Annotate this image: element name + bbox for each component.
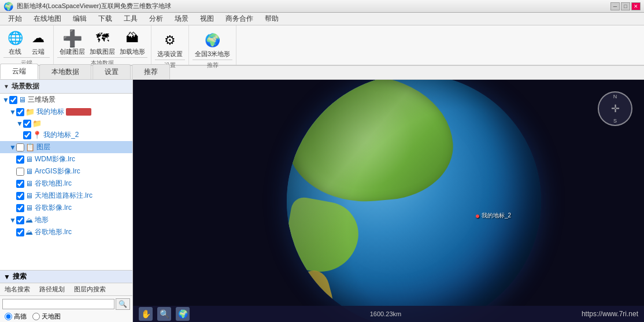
bottom-bar: ✋ 🔍 🌍 1600.23km https://www.7ri.net [133, 306, 644, 322]
tree-check-google-terrain[interactable] [16, 228, 24, 236]
tab-local-data[interactable]: 本地数据 [39, 64, 91, 79]
search-input-row: 🔍 [2, 298, 130, 310]
close-button[interactable]: ✕ [631, 2, 641, 10]
settings-icon: ⚙ [161, 31, 179, 50]
toolbar: 🌐 在线 ☁ 云端 云端 ➕ 创建图层 🗺 加载图层 🏔 加载地形 [0, 25, 644, 66]
compass[interactable]: ✛ N S [598, 91, 632, 126]
search-tab-layer[interactable]: 图层内搜索 [69, 283, 110, 295]
scale-bar: 1600.23km [370, 310, 401, 317]
menu-item-视图[interactable]: 视图 [194, 13, 220, 25]
menu-item-在线地图[interactable]: 在线地图 [28, 13, 67, 25]
tree-item-arcgis[interactable]: 🖥 ArcGIS影像.lrc [0, 165, 132, 177]
menu-item-场景[interactable]: 场景 [169, 13, 194, 25]
load-terrain-icon: 🏔 [123, 29, 142, 47]
tree-check-3dscene[interactable] [9, 96, 17, 104]
tab-recommend[interactable]: 推荐 [132, 64, 170, 79]
app-icon: 🌍 [3, 2, 13, 11]
radio-tianditu[interactable]: 天地图 [32, 312, 61, 321]
tree-expand-icon: ▼ [2, 96, 9, 104]
tree-item-marker2[interactable]: 📍 我的地标_2 [0, 129, 132, 141]
marker-label: ● 我的地标_2 [475, 211, 511, 220]
radio-gaode-input[interactable] [5, 313, 12, 320]
tree-check-layers[interactable] [16, 143, 24, 151]
globe-container [287, 80, 541, 322]
load-terrain-label: 加载地形 [120, 47, 145, 56]
tree-item-subfolder[interactable]: ▼ 📁 [0, 118, 132, 129]
compass-south: S [613, 118, 617, 124]
url-text: https://www.7ri.net [582, 310, 638, 318]
tree-check-arcgis[interactable] [16, 168, 24, 176]
maximize-button[interactable]: □ [621, 2, 630, 10]
toolbar-settings-button[interactable]: ⚙ 选项设置 [155, 30, 185, 60]
main-area: ▼ 场景数据 ▼ 🖥 三维场景 ▼ 📁 我的地标 [0, 80, 644, 322]
toolbar-load-layer-button[interactable]: 🗺 加载图层 [87, 28, 117, 57]
search-input[interactable] [2, 299, 114, 309]
google-map-icon: 🖥 [25, 179, 33, 188]
window-controls: ─ □ ✕ [610, 2, 641, 10]
menu-item-下载[interactable]: 下载 [92, 13, 118, 25]
tree-label-google-terrain: 谷歌地形.lrc [35, 227, 72, 237]
tree-item-3dscene[interactable]: ▼ 🖥 三维场景 [0, 94, 132, 106]
toolbar-group-settings: ⚙ 选项设置 设置 [151, 25, 189, 65]
highlight-tag [66, 108, 91, 116]
search-tab-place[interactable]: 地名搜索 [0, 283, 35, 295]
tree-item-tianditu[interactable]: 🖥 天地图道路标注.lrc [0, 190, 132, 202]
menu-item-编辑[interactable]: 编辑 [67, 13, 92, 25]
toolbar-recommend-group-label: 推荐 [193, 60, 232, 69]
menu-item-分析[interactable]: 分析 [143, 13, 169, 25]
toolbar-terrain-recommend-button[interactable]: 🌍 全国3米地形 [193, 30, 232, 60]
marker-label-text: 我的地标_2 [482, 212, 511, 219]
tree-item-wdm[interactable]: 🖥 WDM影像.lrc [0, 153, 132, 165]
menu-item-商务合作[interactable]: 商务合作 [220, 13, 259, 25]
toolbar-online-button[interactable]: 🌐 在线 [3, 28, 27, 57]
tree-check-google-img[interactable] [16, 204, 24, 212]
tab-settings[interactable]: 设置 [92, 64, 131, 79]
tab-cloud[interactable]: 云端 [0, 64, 38, 79]
land-south-asia [287, 195, 364, 278]
tree-item-layers[interactable]: ▼ 📋 图层 [0, 141, 132, 153]
menu-item-帮助[interactable]: 帮助 [259, 13, 284, 25]
menu-item-开始[interactable]: 开始 [2, 13, 28, 25]
radio-tianditu-input[interactable] [32, 313, 40, 320]
search-panel-title: 搜索 [13, 272, 27, 282]
tree-label-3dscene: 三维场景 [28, 95, 55, 105]
marker-dot: ● [475, 211, 480, 220]
search-tabs: 地名搜索 路径规划 图层内搜索 [0, 283, 132, 296]
tree-item-google-terrain[interactable]: ⛰ 谷歌地形.lrc [0, 226, 132, 238]
tree-check-wdm[interactable] [16, 156, 24, 164]
tree-check-terrain-group[interactable] [16, 216, 24, 224]
search-button[interactable]: 🔍 [116, 298, 130, 310]
tree-expand-icon-subfolder: ▼ [16, 120, 23, 128]
arcgis-icon: 🖥 [25, 167, 33, 176]
search-tab-route[interactable]: 路径规划 [35, 283, 69, 295]
radio-gaode[interactable]: 高德 [5, 312, 27, 321]
bottom-hand-icon[interactable]: ✋ [139, 307, 153, 321]
tree-check-tianditu[interactable] [16, 192, 24, 200]
toolbar-cloud-button[interactable]: ☁ 云端 [27, 28, 50, 57]
tree-check-marker2[interactable] [23, 131, 31, 139]
tree-item-mymarkers[interactable]: ▼ 📁 我的地标 [0, 106, 132, 118]
globe-area[interactable]: ✛ N S ● 我的地标_2 ✋ 🔍 🌍 1600.23km https://w… [133, 80, 644, 322]
minimize-button[interactable]: ─ [610, 2, 620, 10]
wdm-icon: 🖥 [25, 155, 33, 164]
bottom-search-icon[interactable]: 🔍 [157, 307, 171, 321]
create-layer-icon: ➕ [63, 29, 82, 47]
tree-check-mymarkers[interactable] [16, 108, 24, 116]
tree-item-google-img[interactable]: 🖥 谷歌影像.lrc [0, 202, 132, 214]
terrain-group-icon: ⛰ [25, 216, 33, 224]
search-panel-arrow: ▼ [3, 273, 10, 281]
toolbar-create-layer-button[interactable]: ➕ 创建图层 [57, 28, 87, 57]
title-text: 图新地球4(LocaSpaceViewer)互联网免费三维数字地球 [17, 2, 610, 10]
menubar: 开始在线地图编辑下载工具分析场景视图商务合作帮助 [0, 13, 644, 25]
menu-item-工具[interactable]: 工具 [118, 13, 143, 25]
tree-check-subfolder[interactable] [23, 120, 31, 128]
tree-item-google-map[interactable]: 🖥 谷歌地图.lrc [0, 177, 132, 190]
titlebar: 🌍 图新地球4(LocaSpaceViewer)互联网免费三维数字地球 ─ □ … [0, 0, 644, 13]
toolbar-load-terrain-button[interactable]: 🏔 加载地形 [117, 28, 147, 57]
tree-item-terrain-group[interactable]: ▼ ⛰ 地形 [0, 214, 132, 226]
tree-check-google-map[interactable] [16, 180, 24, 188]
land-eurasia [287, 80, 457, 208]
compass-north: N [613, 94, 617, 99]
scene-panel-title: 场景数据 [12, 82, 39, 91]
bottom-globe-icon[interactable]: 🌍 [176, 307, 190, 321]
